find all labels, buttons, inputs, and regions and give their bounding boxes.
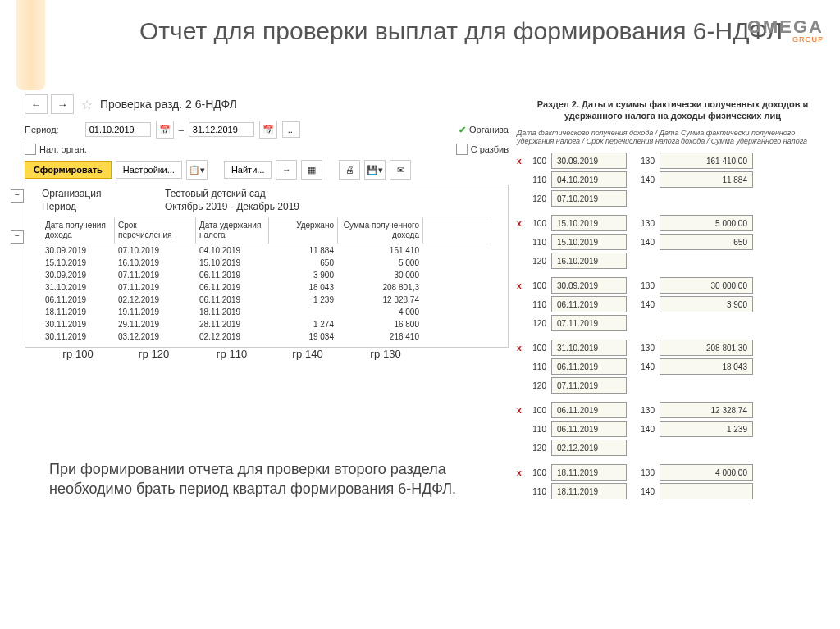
field-100[interactable]: 06.11.2019 <box>551 402 627 418</box>
report-area: − − Организация Тестовый детский сад Пер… <box>25 185 509 348</box>
table-cell: 02.12.2019 <box>115 294 196 305</box>
field-140[interactable]: 1 239 <box>660 421 753 437</box>
forward-button[interactable]: → <box>51 94 74 114</box>
calendar-from-icon[interactable]: 📅 <box>156 121 174 139</box>
field-140[interactable]: 3 900 <box>660 296 753 312</box>
field-140[interactable]: 650 <box>660 234 753 250</box>
table-row: 30.11.201929.11.201928.11.20191 27416 80… <box>42 318 491 330</box>
code-110: 110 <box>527 300 546 309</box>
field-110[interactable]: 06.11.2019 <box>551 296 627 312</box>
settings-button[interactable]: Настройки... <box>116 161 182 179</box>
table-cell: 06.11.2019 <box>42 294 115 305</box>
print-icon[interactable]: 🖨 <box>339 160 360 180</box>
org-checkbox[interactable]: ✔ Организа <box>459 125 509 135</box>
section2-title: Раздел 2. Даты и суммы фактически получе… <box>517 98 829 122</box>
table-cell: 1 239 <box>269 294 338 305</box>
table-icon[interactable]: ▦ <box>301 160 322 180</box>
report-meta: Организация Тестовый детский сад Период … <box>25 185 508 217</box>
field-110[interactable]: 18.11.2019 <box>551 483 627 499</box>
field-110[interactable]: 15.10.2019 <box>551 234 627 250</box>
table-cell: 02.12.2019 <box>196 331 269 342</box>
form-button[interactable]: Сформировать <box>25 161 112 179</box>
field-130[interactable]: 161 410,00 <box>660 153 753 169</box>
code-100: 100 <box>527 344 546 353</box>
delete-icon[interactable]: x <box>517 468 527 477</box>
field-140[interactable]: 18 043 <box>660 358 753 375</box>
period-meta-label: Период <box>42 201 165 212</box>
code-100: 100 <box>527 468 546 477</box>
find-button[interactable]: Найти... <box>224 161 272 179</box>
field-100[interactable]: 30.09.2019 <box>551 153 627 169</box>
field-130[interactable]: 12 328,74 <box>660 402 753 418</box>
field-130[interactable]: 208 801,30 <box>660 340 753 356</box>
expand-width-icon[interactable]: ↔ <box>276 160 297 180</box>
field-120[interactable]: 07.11.2019 <box>551 315 627 331</box>
email-icon[interactable]: ✉ <box>390 160 411 180</box>
table-cell: 06.11.2019 <box>196 294 269 305</box>
code-120: 120 <box>527 194 546 203</box>
delete-icon[interactable]: x <box>517 157 527 166</box>
th-sum: Сумма полученного дохода <box>338 217 423 244</box>
field-130[interactable]: 5 000,00 <box>660 215 753 231</box>
section2-body: x10030.09.2019130161 410,0011004.10.2019… <box>517 153 829 499</box>
table-cell: 07.10.2019 <box>115 245 196 256</box>
field-130[interactable]: 30 000,00 <box>660 277 753 294</box>
delete-icon[interactable]: x <box>517 281 527 290</box>
field-100[interactable]: 31.10.2019 <box>551 340 627 356</box>
section2-block: x10015.10.20191305 000,0011015.10.201914… <box>517 215 829 269</box>
table-cell: 208 801,3 <box>338 282 423 293</box>
table-cell: 18.11.2019 <box>196 307 269 317</box>
table-cell: 16 800 <box>338 319 423 330</box>
date-to-input[interactable] <box>189 122 254 137</box>
table-body: 30.09.201907.10.201904.10.201911 884161 … <box>42 244 491 343</box>
field-100[interactable]: 15.10.2019 <box>551 215 627 231</box>
column-group-labels: гр 100 гр 120 гр 110 гр 140 гр 130 <box>41 348 492 360</box>
field-110[interactable]: 04.10.2019 <box>551 171 627 188</box>
code-140: 140 <box>635 362 655 371</box>
field-110[interactable]: 06.11.2019 <box>551 421 627 437</box>
field-130[interactable]: 4 000,00 <box>660 464 753 481</box>
table-cell: 650 <box>269 258 338 268</box>
field-120[interactable]: 16.10.2019 <box>551 253 627 269</box>
org-meta-value: Тестовый детский сад <box>165 188 266 199</box>
slide-title: Отчет для проверки выплат для формирован… <box>139 16 783 46</box>
table-cell: 06.11.2019 <box>196 270 269 280</box>
date-from-input[interactable] <box>85 122 151 137</box>
favorite-icon[interactable]: ☆ <box>81 97 93 112</box>
table-cell: 18 043 <box>269 282 338 293</box>
section2-header-left: Дата фактического получения дохода / Дат… <box>517 129 681 147</box>
calendar-to-icon[interactable]: 📅 <box>259 121 277 139</box>
table-cell: 3 900 <box>269 270 338 280</box>
delete-icon[interactable]: x <box>517 406 527 415</box>
table-cell: 161 410 <box>338 245 423 256</box>
field-100[interactable]: 18.11.2019 <box>551 464 627 481</box>
section2-header: Дата фактического получения дохода / Дат… <box>517 129 829 147</box>
field-140[interactable] <box>660 483 753 499</box>
section2-block: x10031.10.2019130208 801,3011006.11.2019… <box>517 340 829 394</box>
delete-icon[interactable]: x <box>517 219 527 228</box>
table-cell: 5 000 <box>338 258 423 268</box>
copy-icon[interactable]: 📋▾ <box>186 160 208 180</box>
back-button[interactable]: ← <box>25 94 48 114</box>
table-cell: 30.11.2019 <box>42 319 115 330</box>
delete-icon[interactable]: x <box>517 344 527 353</box>
field-100[interactable]: 30.09.2019 <box>551 277 627 294</box>
table-cell: 07.11.2019 <box>115 282 196 293</box>
field-110[interactable]: 06.11.2019 <box>551 358 627 375</box>
field-140[interactable]: 11 884 <box>660 171 753 188</box>
save-icon[interactable]: 💾▾ <box>364 160 386 180</box>
collapse-button-1[interactable]: − <box>11 189 24 203</box>
nalog-checkbox[interactable]: Нал. орган. <box>25 144 87 155</box>
table-cell: 06.11.2019 <box>196 282 269 293</box>
razbiv-checkbox[interactable]: С разбив <box>456 144 509 155</box>
collapse-button-2[interactable]: − <box>11 230 24 244</box>
period-more-button[interactable]: ... <box>282 121 300 138</box>
field-120[interactable]: 07.11.2019 <box>551 377 627 394</box>
code-110: 110 <box>527 487 546 496</box>
gr130-label: гр 130 <box>345 348 427 360</box>
field-120[interactable]: 07.10.2019 <box>551 190 627 207</box>
table-cell: 04.10.2019 <box>196 245 269 256</box>
field-120[interactable]: 02.12.2019 <box>551 440 627 456</box>
app-panel: ← → ☆ Проверка разд. 2 6-НДФЛ Период: 📅 … <box>25 94 509 360</box>
section2-block: x10018.11.20191304 000,0011018.11.201914… <box>517 464 829 499</box>
